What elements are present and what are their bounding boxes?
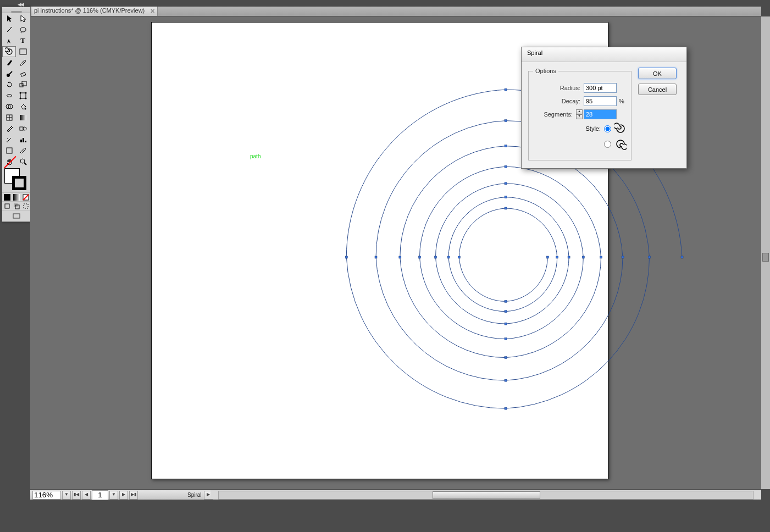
- blob-brush-tool[interactable]: [2, 68, 16, 79]
- spiral-tool[interactable]: [2, 46, 16, 57]
- svg-rect-33: [345, 256, 347, 258]
- shape-builder-tool[interactable]: [2, 101, 16, 112]
- type-tool[interactable]: T: [16, 35, 30, 46]
- eyedropper-tool[interactable]: [2, 123, 16, 134]
- page-input[interactable]: [92, 490, 108, 500]
- svg-point-7: [25, 92, 26, 94]
- style-outward-radio[interactable]: [604, 125, 611, 132]
- svg-rect-29: [24, 204, 28, 208]
- pen-tool[interactable]: [2, 35, 16, 46]
- spinner-up-icon[interactable]: ▲: [576, 109, 583, 114]
- ok-button[interactable]: OK: [638, 68, 677, 79]
- live-paint-tool[interactable]: [16, 101, 30, 112]
- scrollbar-thumb[interactable]: [433, 491, 540, 499]
- blend-tool[interactable]: [16, 123, 30, 134]
- none-mode[interactable]: [21, 193, 30, 201]
- page-dropdown-icon[interactable]: ▼: [109, 491, 118, 500]
- svg-point-10: [6, 104, 10, 109]
- symbol-sprayer-tool[interactable]: [2, 134, 16, 145]
- spiral-outward-icon: [614, 123, 627, 135]
- slice-tool[interactable]: [16, 145, 30, 156]
- cancel-button[interactable]: Cancel: [638, 84, 677, 95]
- lasso-tool[interactable]: [16, 24, 30, 35]
- svg-rect-46: [505, 338, 507, 340]
- draw-inside-mode[interactable]: [21, 202, 30, 210]
- svg-point-11: [8, 104, 13, 109]
- rotate-tool[interactable]: [2, 79, 16, 90]
- svg-point-6: [19, 92, 21, 94]
- zoom-dropdown-icon[interactable]: ▼: [62, 491, 71, 500]
- svg-rect-54: [505, 311, 507, 313]
- svg-rect-42: [505, 357, 507, 359]
- mesh-tool[interactable]: [2, 112, 16, 123]
- document-tab[interactable]: pi instructions* @ 116% (CMYK/Preview) ✕: [30, 7, 158, 16]
- gradient-mode[interactable]: [12, 193, 21, 201]
- zoom-input[interactable]: [32, 491, 61, 500]
- spinner-down-icon[interactable]: ▼: [576, 114, 583, 119]
- svg-rect-22: [4, 194, 10, 201]
- svg-rect-49: [435, 256, 437, 258]
- svg-rect-38: [505, 379, 507, 381]
- app-top-strip: ◀◀: [0, 0, 770, 7]
- selection-tool[interactable]: [2, 13, 16, 24]
- svg-rect-26: [5, 204, 9, 208]
- next-page-icon[interactable]: ▶: [119, 491, 128, 500]
- column-graph-tool[interactable]: [16, 134, 30, 145]
- svg-rect-5: [20, 93, 26, 98]
- svg-rect-36: [505, 120, 507, 122]
- svg-rect-53: [447, 256, 450, 258]
- style-inward-radio[interactable]: [604, 141, 611, 148]
- radius-input[interactable]: [584, 83, 617, 93]
- direct-selection-tool[interactable]: [16, 13, 30, 24]
- svg-rect-45: [419, 256, 421, 258]
- fill-stroke-swatches[interactable]: [2, 167, 30, 192]
- svg-rect-15: [20, 127, 23, 130]
- last-page-icon[interactable]: ▶▮: [129, 491, 138, 500]
- magic-wand-tool[interactable]: [2, 24, 16, 35]
- segments-spinner[interactable]: ▲▼: [576, 109, 583, 119]
- decay-input[interactable]: [584, 96, 617, 106]
- svg-rect-48: [505, 182, 507, 185]
- svg-rect-17: [20, 140, 22, 142]
- svg-rect-40: [505, 145, 507, 147]
- artboard-tool[interactable]: [2, 145, 16, 156]
- gradient-tool[interactable]: [16, 112, 30, 123]
- draw-normal-mode[interactable]: [2, 202, 12, 210]
- svg-rect-55: [556, 256, 558, 258]
- svg-rect-14: [20, 115, 26, 120]
- horizontal-scrollbar[interactable]: [210, 490, 761, 499]
- collapsed-panels-edge[interactable]: [761, 16, 770, 489]
- tools-panel-grip[interactable]: [2, 7, 30, 13]
- width-tool[interactable]: [2, 90, 16, 101]
- svg-rect-50: [505, 323, 507, 325]
- svg-rect-20: [7, 148, 12, 153]
- panel-expand-nub[interactable]: [762, 253, 769, 262]
- draw-behind-mode[interactable]: [12, 202, 21, 210]
- eraser-tool[interactable]: [16, 68, 30, 79]
- style-label: Style:: [561, 125, 601, 132]
- svg-point-1: [7, 74, 10, 77]
- color-mode[interactable]: [2, 193, 12, 201]
- svg-rect-57: [458, 256, 460, 258]
- path-label: path: [250, 153, 261, 159]
- scale-tool[interactable]: [16, 79, 30, 90]
- pencil-tool[interactable]: [16, 57, 30, 68]
- paintbrush-tool[interactable]: [2, 57, 16, 68]
- rectangle-tool[interactable]: [16, 46, 30, 57]
- dialog-title[interactable]: Spiral: [522, 47, 686, 62]
- stroke-swatch[interactable]: [12, 176, 26, 190]
- screen-mode-button[interactable]: [2, 210, 30, 221]
- first-page-icon[interactable]: ▮◀: [72, 491, 81, 500]
- svg-rect-52: [505, 196, 507, 198]
- segments-input[interactable]: [584, 109, 617, 119]
- svg-rect-41: [399, 256, 401, 258]
- close-tab-icon[interactable]: ✕: [149, 8, 156, 15]
- svg-rect-30: [13, 214, 20, 218]
- svg-rect-44: [505, 165, 507, 168]
- prev-page-icon[interactable]: ◀: [82, 491, 91, 500]
- svg-rect-58: [505, 300, 507, 302]
- decay-unit: %: [619, 98, 627, 104]
- svg-rect-35: [649, 256, 651, 258]
- svg-rect-31: [681, 256, 683, 258]
- free-transform-tool[interactable]: [16, 90, 30, 101]
